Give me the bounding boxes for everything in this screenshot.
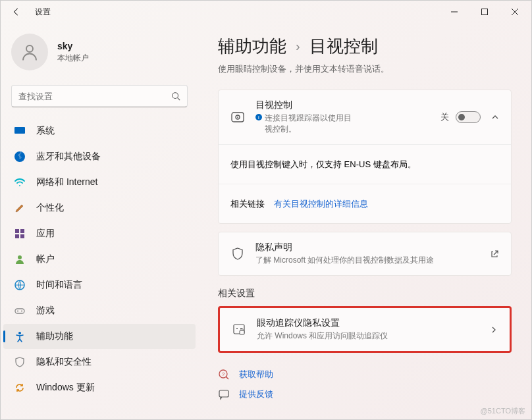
related-settings-title: 相关设置	[218, 288, 512, 300]
window-title: 设置	[35, 7, 51, 18]
nav-label: 隐私和安全性	[36, 356, 92, 368]
profile-name: sky	[57, 41, 89, 51]
row-sub: 了解 Microsoft 如何处理你的目视控制数据及其用途	[255, 255, 434, 266]
nav-gaming[interactable]: 游戏	[3, 298, 196, 323]
eye-control-row[interactable]: 目视控制 i 连接目视跟踪器以使用目视控制。 关	[219, 90, 511, 144]
privacy-shield-icon	[230, 247, 245, 261]
nav-privacy[interactable]: 隐私和安全性	[3, 350, 196, 375]
nav-label: 游戏	[36, 305, 55, 317]
svg-text:?: ?	[222, 371, 225, 377]
maximize-button[interactable]	[469, 1, 500, 22]
links-label: 相关链接	[230, 198, 265, 210]
nav-time-lang[interactable]: 时间和语言	[3, 273, 196, 298]
svg-rect-12	[20, 234, 24, 238]
svg-point-21	[237, 117, 238, 118]
feedback-icon	[218, 388, 230, 400]
content-area: 辅助功能 › 目视控制 使用眼睛控制设备，并使用文本转语音说话。 目视控制 i …	[198, 23, 531, 419]
shield-icon	[14, 356, 26, 368]
minimize-button[interactable]	[439, 1, 469, 22]
search-input[interactable]	[18, 92, 171, 101]
feedback-link[interactable]: 提供反馈	[218, 388, 512, 400]
info-icon: i	[255, 114, 262, 120]
breadcrumb: 辅助功能 › 目视控制	[218, 35, 512, 58]
nav-apps[interactable]: 应用	[3, 221, 196, 246]
nav-label: 个性化	[36, 202, 64, 214]
toggle-label: 关	[440, 111, 449, 123]
row-sub: 允许 Windows 和应用访问眼动追踪仪	[257, 330, 388, 342]
nav-accounts[interactable]: 帐户	[3, 247, 196, 272]
svg-rect-25	[240, 330, 244, 334]
globe-icon	[14, 279, 26, 291]
breadcrumb-current: 目视控制	[309, 35, 378, 58]
chevron-right-icon: ›	[296, 39, 300, 54]
brush-icon	[14, 202, 26, 214]
nav-label: 蓝牙和其他设备	[36, 151, 101, 163]
get-help-link[interactable]: ? 获取帮助	[218, 369, 512, 381]
nav-label: 帐户	[36, 253, 55, 265]
svg-rect-7	[14, 127, 25, 134]
search-icon	[171, 92, 180, 101]
footer-label: 获取帮助	[239, 369, 273, 381]
svg-line-6	[178, 98, 180, 101]
footer-label: 提供反馈	[239, 388, 273, 400]
watermark: @51CTO博客	[481, 406, 525, 416]
person-icon	[14, 253, 26, 265]
avatar	[11, 34, 48, 70]
eye-control-details-link[interactable]: 有关目视控制的详细信息	[274, 198, 368, 210]
svg-rect-1	[482, 9, 488, 15]
accessibility-icon	[14, 330, 26, 342]
svg-point-16	[17, 311, 18, 312]
row-sub: 连接目视跟踪器以使用目视控制。	[265, 113, 357, 135]
breadcrumb-parent[interactable]: 辅助功能	[218, 35, 286, 58]
nav-label: 网络和 Internet	[36, 176, 97, 188]
svg-point-18	[18, 332, 21, 334]
eye-control-toggle[interactable]	[456, 111, 481, 123]
row-title: 眼动追踪仪隐私设置	[257, 317, 479, 329]
nav-label: 时间和语言	[36, 279, 82, 291]
chevron-up-icon[interactable]	[491, 113, 499, 121]
page-subtitle: 使用眼睛控制设备，并使用文本转语音说话。	[218, 63, 512, 75]
nav-accessibility[interactable]: 辅助功能	[3, 324, 196, 349]
search-box[interactable]	[11, 85, 188, 107]
svg-point-17	[21, 311, 22, 312]
nav-label: 系统	[36, 125, 55, 137]
nav-list: 系统 蓝牙和其他设备 网络和 Internet 个性化 应用	[1, 115, 198, 419]
back-button[interactable]	[6, 1, 27, 22]
eye-tracker-privacy-card[interactable]: 眼动追踪仪隐私设置 允许 Windows 和应用访问眼动追踪仪	[218, 306, 512, 353]
nav-bluetooth[interactable]: 蓝牙和其他设备	[3, 144, 196, 169]
chevron-right-icon	[490, 326, 498, 334]
wifi-icon	[14, 176, 26, 188]
svg-rect-11	[15, 234, 19, 238]
privacy-card[interactable]: 隐私声明 了解 Microsoft 如何处理你的目视控制数据及其用途	[218, 232, 512, 276]
profile-block[interactable]: sky 本地帐户	[1, 28, 198, 78]
bluetooth-icon	[14, 151, 26, 163]
svg-rect-10	[20, 229, 24, 233]
gaming-icon	[14, 305, 26, 317]
profile-sub: 本地帐户	[57, 53, 89, 64]
svg-rect-9	[15, 229, 19, 233]
svg-point-23	[236, 328, 238, 329]
related-links-row: 相关链接 有关目视控制的详细信息	[219, 184, 511, 223]
svg-point-4	[26, 45, 33, 52]
nav-network[interactable]: 网络和 Internet	[3, 170, 196, 195]
nav-system[interactable]: 系统	[3, 118, 196, 144]
help-icon: ?	[218, 369, 230, 381]
sidebar: sky 本地帐户 系统 蓝牙和其他设备 网络和 Int	[1, 23, 198, 419]
svg-rect-15	[15, 309, 24, 313]
svg-rect-28	[219, 390, 228, 397]
svg-point-13	[18, 255, 22, 259]
apps-icon	[14, 228, 26, 240]
nav-update[interactable]: Windows 更新	[3, 375, 196, 400]
close-button[interactable]	[500, 1, 530, 22]
eye-control-card: 目视控制 i 连接目视跟踪器以使用目视控制。 关 使用目视控制键入时，仅支持 E…	[218, 90, 512, 224]
nav-label: 辅助功能	[36, 330, 73, 342]
row-title: 隐私声明	[255, 242, 482, 253]
eye-icon	[230, 110, 245, 124]
display-icon	[14, 125, 26, 137]
update-icon	[14, 382, 26, 394]
nav-personalize[interactable]: 个性化	[3, 196, 196, 221]
keyboard-note: 使用目视控制键入时，仅支持 EN-US 键盘布局。	[219, 144, 511, 184]
svg-point-5	[173, 93, 178, 99]
nav-label: Windows 更新	[36, 382, 95, 394]
nav-label: 应用	[36, 228, 55, 240]
